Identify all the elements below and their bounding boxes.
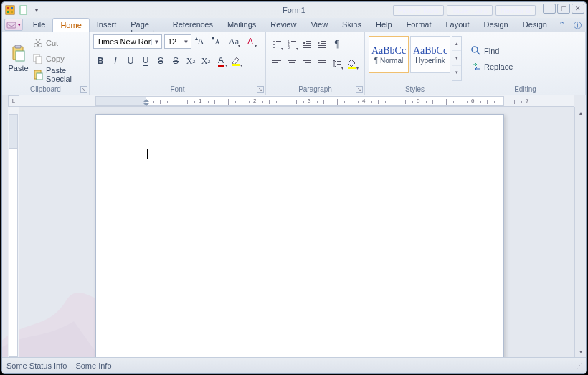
document-canvas[interactable]: [19, 107, 574, 357]
paste-label: Paste: [8, 64, 28, 72]
tab-insert[interactable]: Insert: [90, 18, 124, 32]
indent-button[interactable]: [315, 37, 329, 52]
tab-mailings[interactable]: Mailings: [220, 18, 263, 32]
svg-rect-48: [305, 67, 311, 67]
resize-grip-icon[interactable]: ⋰: [576, 361, 582, 369]
first-line-indent-icon[interactable]: [143, 96, 149, 102]
tab-design-1[interactable]: Design: [477, 18, 516, 32]
app-menu-button[interactable]: ▾: [4, 19, 23, 31]
tab-references[interactable]: References: [166, 18, 220, 32]
align-justify-button[interactable]: [315, 57, 329, 71]
align-left-button[interactable]: [270, 57, 284, 71]
style-normal[interactable]: AaBbCc ¶ Normal: [369, 36, 409, 73]
horizontal-ruler[interactable]: 1234567: [19, 95, 574, 107]
context-tab-table[interactable]: Table Tools: [447, 5, 493, 16]
tab-view[interactable]: View: [303, 18, 335, 32]
copy-icon: [33, 54, 43, 64]
indent-icon: [317, 39, 327, 49]
find-button[interactable]: Find: [469, 44, 515, 58]
app-icon: [5, 5, 15, 15]
qat-dropdown-icon[interactable]: ▾: [31, 4, 42, 16]
svg-rect-2: [11, 7, 13, 9]
tab-format[interactable]: Format: [399, 18, 439, 32]
subscript-button[interactable]: X2: [199, 54, 213, 68]
group-font-label: Font: [170, 85, 184, 93]
svg-rect-32: [303, 47, 311, 48]
minimize-button[interactable]: —: [543, 4, 556, 14]
close-button[interactable]: ✕: [572, 4, 584, 14]
find-icon: [471, 46, 481, 56]
svg-rect-9: [16, 51, 24, 61]
replace-button[interactable]: Replace: [469, 60, 515, 74]
italic-button[interactable]: I: [108, 54, 123, 68]
outdent-button[interactable]: [300, 37, 314, 52]
svg-rect-35: [318, 45, 326, 46]
underline-button[interactable]: U: [123, 54, 138, 68]
qat-new-icon[interactable]: [18, 4, 29, 16]
ribbon-tabs: ▾ File Home Insert Page Layout Reference…: [2, 18, 586, 32]
align-right-button[interactable]: [300, 57, 314, 71]
numbering-button[interactable]: 123: [285, 37, 299, 52]
tab-review[interactable]: Review: [263, 18, 303, 32]
tab-page-layout[interactable]: Page Layout: [123, 18, 165, 32]
vertical-ruler[interactable]: [8, 107, 19, 357]
bullets-button[interactable]: [270, 37, 284, 52]
vertical-scrollbar[interactable]: ▴ ▾: [574, 107, 586, 357]
paste-special-button[interactable]: Paste Special: [31, 67, 85, 82]
svg-rect-54: [337, 64, 341, 65]
grow-font-button[interactable]: ▴A: [194, 34, 208, 49]
clipboard-expand-icon[interactable]: ↘: [80, 86, 87, 93]
font-size-combo[interactable]: 12▼: [164, 34, 191, 49]
double-strike-button[interactable]: S: [169, 54, 183, 68]
svg-rect-18: [276, 41, 281, 42]
group-paragraph-label: Paragraph: [298, 85, 332, 93]
context-tool-tabs: Picture Tools Table Tools Header &: [393, 5, 536, 16]
svg-point-21: [273, 47, 275, 48]
tab-help[interactable]: Help: [369, 18, 399, 32]
double-underline-button[interactable]: U: [138, 54, 153, 68]
page[interactable]: [95, 114, 504, 357]
svg-rect-39: [272, 65, 281, 65]
svg-rect-16: [232, 64, 240, 66]
highlight-button[interactable]: [229, 54, 243, 68]
tab-layout[interactable]: Layout: [438, 18, 476, 32]
tab-file[interactable]: File: [26, 18, 53, 32]
superscript-button[interactable]: X2: [184, 54, 198, 68]
group-paragraph: 123 ¶ Paragraph↘: [266, 32, 365, 95]
maximize-button[interactable]: ▢: [557, 4, 570, 14]
group-clipboard: Paste Cut Copy Paste Special Clipboard↘: [2, 32, 90, 95]
style-hyperlink[interactable]: AaBbCc Hyperlink: [410, 36, 450, 73]
paragraph-expand-icon[interactable]: ↘: [356, 86, 363, 93]
tab-skins[interactable]: Skins: [335, 18, 369, 32]
tab-home[interactable]: Home: [52, 18, 89, 32]
show-marks-button[interactable]: ¶: [330, 37, 344, 52]
shrink-font-button[interactable]: ▾A: [210, 34, 224, 49]
svg-rect-13: [36, 57, 42, 64]
svg-rect-4: [11, 11, 13, 13]
group-editing: Find Replace Editing: [465, 32, 586, 95]
change-case-button[interactable]: Aa: [227, 34, 241, 49]
styles-gallery-arrows[interactable]: ▴▾▾: [452, 36, 462, 81]
clear-format-button[interactable]: A: [243, 34, 257, 49]
svg-point-10: [34, 43, 37, 47]
copy-button: Copy: [31, 52, 85, 66]
font-expand-icon[interactable]: ↘: [257, 86, 264, 93]
shading-button[interactable]: [345, 57, 359, 71]
outdent-icon: [302, 39, 312, 49]
context-tab-header[interactable]: Header &: [495, 5, 536, 16]
scroll-up-icon[interactable]: ▴: [575, 107, 586, 118]
ribbon-minimize-icon[interactable]: ⌃: [554, 18, 569, 32]
scroll-down-icon[interactable]: ▾: [575, 346, 586, 357]
bold-button[interactable]: B: [93, 54, 108, 68]
align-center-button[interactable]: [285, 57, 299, 71]
strikethrough-button[interactable]: S: [153, 54, 168, 68]
help-icon[interactable]: ⓘ: [569, 18, 586, 32]
line-spacing-button[interactable]: [330, 57, 344, 71]
align-justify-icon: [317, 59, 327, 69]
context-tab-picture[interactable]: Picture Tools: [393, 5, 444, 16]
tab-design-2[interactable]: Design: [516, 18, 554, 32]
font-color-button[interactable]: A: [214, 54, 228, 68]
paste-button[interactable]: Paste: [6, 34, 31, 82]
font-name-combo[interactable]: Times New Roman▼: [93, 34, 162, 49]
svg-rect-56: [348, 67, 356, 69]
